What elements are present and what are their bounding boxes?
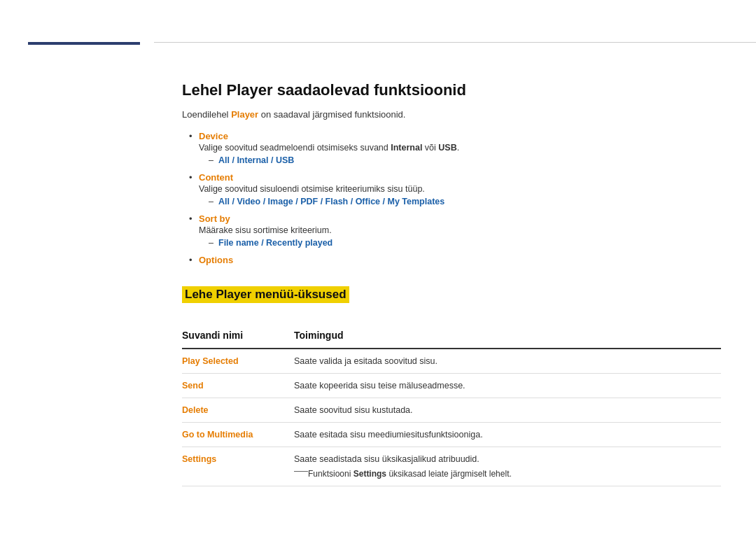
cmd-desc-delete: Saate soovitud sisu kustutada. [294,398,721,423]
table-row: Play Selected Saate valida ja esitada so… [182,349,721,374]
col-header-name: Suvandi nimi [182,324,294,349]
feature-content-sublist: All / Video / Image / PDF / Flash / Offi… [206,197,721,206]
intro-prefix: Loendilehel [182,109,231,120]
settings-bold: Settings [354,469,386,479]
table-row: Send Saate kopeerida sisu teise mälusead… [182,374,721,398]
cmd-name-delete: Delete [182,398,294,423]
cmd-desc-go-to-multimedia: Saate esitada sisu meediumiesitusfunktsi… [294,423,721,447]
feature-sortby-desc: Määrake sisu sortimise kriteerium. [199,225,721,235]
menu-table: Suvandi nimi Toimingud Play Selected Saa… [182,324,721,486]
page-wrapper: Lehel Player saadaolevad funktsioonid Lo… [0,0,756,534]
feature-device-desc: Valige soovitud seadmeloendi otsimiseks … [199,143,721,153]
table-header-row: Suvandi nimi Toimingud [182,324,721,349]
sidebar [0,0,154,534]
feature-content-desc: Valige soovitud sisuloendi otsimise krit… [199,184,721,194]
feature-list: Device Valige soovitud seadmeloendi otsi… [189,131,721,265]
main-content: Lehel Player saadaolevad funktsioonid Lo… [154,42,756,534]
cmd-name-settings: Settings [182,447,294,486]
note-marker: ―― [294,467,308,475]
sub-item: File name / Recently played [206,238,721,248]
feature-sortby-sublist: File name / Recently played [206,238,721,248]
settings-note: ――Funktsiooni Settings üksikasad leiate … [294,467,721,479]
feature-options: Options [189,255,721,265]
intro-suffix: on saadaval järgmised funktsioonid. [258,109,405,120]
table-row: Delete Saate soovitud sisu kustutada. [182,398,721,423]
feature-content-title: Content [199,172,233,183]
feature-device-title: Device [199,131,228,141]
feature-options-title: Options [199,255,233,265]
table-row: Go to Multimedia Saate esitada sisu meed… [182,423,721,447]
feature-sortby-title: Sort by [199,213,230,224]
table-row: Settings Saate seadistada sisu üksikasja… [182,447,721,486]
intro-highlight: Player [231,109,258,120]
table-body: Play Selected Saate valida ja esitada so… [182,349,721,486]
cmd-desc-send: Saate kopeerida sisu teise mäluseadmesse… [294,374,721,398]
feature-content: Content Valige soovitud sisuloendi otsim… [189,172,721,206]
highlight-section: Lehe Player menüü-üksused [182,286,349,303]
col-header-actions: Toimingud [294,324,721,349]
sidebar-bar [28,42,140,45]
feature-device-sublist: All / Internal / USB [206,155,721,165]
feature-sortby: Sort by Määrake sisu sortimise kriteeriu… [189,213,721,248]
section-title: Lehel Player saadaolevad funktsioonid [182,81,721,99]
sub-item: All / Video / Image / PDF / Flash / Offi… [206,197,721,206]
cmd-desc-settings: Saate seadistada sisu üksikasjalikud atr… [294,447,721,486]
cmd-name-play-selected: Play Selected [182,349,294,374]
cmd-name-go-to-multimedia: Go to Multimedia [182,423,294,447]
intro-text: Loendilehel Player on saadaval järgmised… [182,109,721,120]
feature-device: Device Valige soovitud seadmeloendi otsi… [189,131,721,165]
cmd-name-send: Send [182,374,294,398]
sub-item: All / Internal / USB [206,155,721,165]
cmd-desc-play-selected: Saate valida ja esitada soovitud sisu. [294,349,721,374]
